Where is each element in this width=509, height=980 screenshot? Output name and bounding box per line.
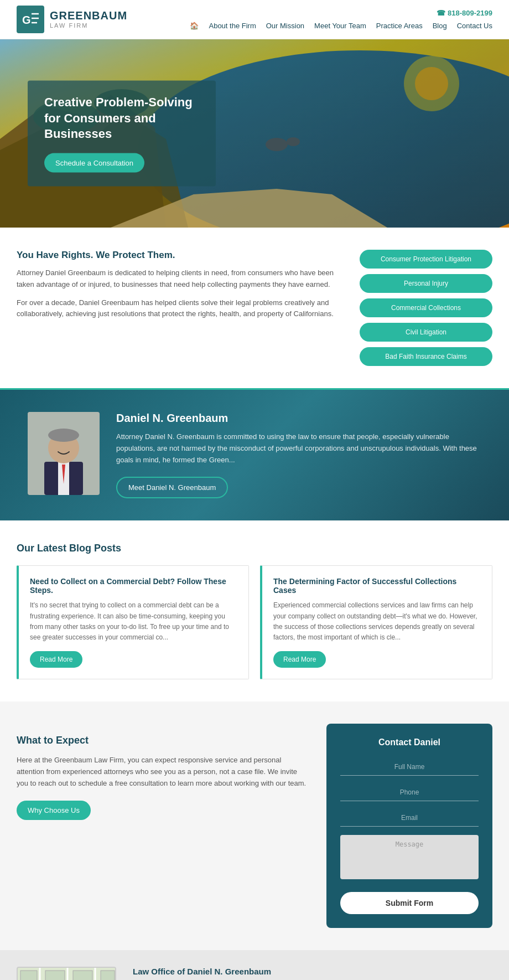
blog-section: Our Latest Blog Posts Need to Collect on… [0,520,509,702]
attorney-bio: Attorney Daniel N. Greenbaum is committe… [116,431,481,466]
blog-card-1: Need to Collect on a Commercial Debt? Fo… [17,565,249,679]
attorney-name: Daniel N. Greenbaum [116,412,481,425]
nav-about[interactable]: About the Firm [209,22,256,30]
header-phone[interactable]: ☎ 818-809-2199 [437,9,492,17]
blog-post-1-read-more[interactable]: Read More [30,651,82,668]
blog-post-1-title: Need to Collect on a Commercial Debt? Fo… [30,577,237,595]
attorney-photo [28,412,100,495]
nav-contact[interactable]: Contact Us [457,22,492,30]
attorney-info: Daniel N. Greenbaum Attorney Daniel N. G… [116,412,481,498]
what-to-expect: What to Expect Here at the Greenbaum Law… [17,724,310,928]
office-name: Law Office of Daniel N. Greenbaum [133,967,492,976]
practice-consumer-protection[interactable]: Consumer Protection Litigation [360,250,492,269]
svg-text:G: G [22,14,31,26]
contact-form-title: Contact Daniel [340,737,479,747]
main-content-section: You Have Rights. We Protect Them. Attorn… [0,228,509,388]
contact-form-box: Contact Daniel Submit Form [326,724,492,928]
practice-areas: Consumer Protection Litigation Personal … [360,250,492,366]
office-info: Law Office of Daniel N. Greenbaum 📍 7120… [133,967,492,980]
message-textarea[interactable] [340,835,479,879]
nav-practice[interactable]: Practice Areas [376,22,423,30]
practice-commercial-collections[interactable]: Commercial Collections [360,298,492,317]
blog-card-2: The Determining Factor of Successful Col… [260,565,492,679]
svg-rect-31 [73,971,92,980]
blog-post-2-excerpt: Experienced commercial collections servi… [273,600,481,643]
svg-point-20 [48,429,79,442]
hero-title: Creative Problem-Solving for Consumers a… [44,95,199,142]
svg-rect-30 [45,971,65,980]
main-left: You Have Rights. We Protect Them. Attorn… [17,250,343,366]
svg-rect-29 [20,971,37,980]
firm-sub: LAW FIRM [50,22,127,29]
logo-area: G GREENBAUM LAW FIRM [17,6,127,33]
expect-title: What to Expect [17,735,310,746]
attorney-section: Daniel N. Greenbaum Attorney Daniel N. G… [0,390,509,520]
blog-post-1-excerpt: It's no secret that trying to collect on… [30,600,237,643]
why-choose-us-button[interactable]: Why Choose Us [17,801,91,820]
full-name-input[interactable] [340,759,479,776]
phone-input[interactable] [340,784,479,801]
logo-icon: G [17,6,44,33]
blog-post-2-read-more[interactable]: Read More [273,651,326,668]
header-right: ☎ 818-809-2199 🏠 About the Firm Our Miss… [190,9,492,30]
submit-form-button[interactable]: Submit Form [340,892,479,914]
blog-section-title: Our Latest Blog Posts [17,543,492,554]
nav-home-icon[interactable]: 🏠 [190,22,199,30]
map-grid [18,968,115,980]
svg-rect-32 [101,971,115,980]
main-paragraph2: For over a decade, Daniel Greenbaum has … [17,297,343,321]
contact-expect-section: What to Expect Here at the Greenbaum Law… [0,702,509,950]
meet-attorney-button[interactable]: Meet Daniel N. Greenbaum [116,477,228,498]
office-info-section: Law Office of Daniel N. Greenbaum 📍 7120… [0,950,509,980]
practice-bad-faith[interactable]: Bad Faith Insurance Claims [360,347,492,366]
email-input[interactable] [340,809,479,827]
schedule-consultation-button[interactable]: Schedule a Consultation [44,153,144,172]
nav-blog[interactable]: Blog [433,22,447,30]
nav-team[interactable]: Meet Your Team [314,22,366,30]
main-section-title: You Have Rights. We Protect Them. [17,250,343,261]
main-nav: 🏠 About the Firm Our Mission Meet Your T… [190,22,492,30]
firm-name: GREENBAUM [50,9,127,22]
blog-post-2-title: The Determining Factor of Successful Col… [273,577,481,595]
practice-personal-injury[interactable]: Personal Injury [360,274,492,293]
main-paragraph1: Attorney Daniel Greenbaum is dedicated t… [17,267,343,291]
site-header: G GREENBAUM LAW FIRM ☎ 818-809-2199 🏠 Ab… [0,0,509,39]
practice-civil-litigation[interactable]: Civil Litigation [360,323,492,342]
map-placeholder[interactable] [17,967,116,980]
hero-content: Creative Problem-Solving for Consumers a… [28,81,216,187]
blog-posts-container: Need to Collect on a Commercial Debt? Fo… [17,565,492,679]
expect-paragraph: Here at the Greenbaum Law Firm, you can … [17,755,310,789]
nav-mission[interactable]: Our Mission [266,22,304,30]
logo-text: GREENBAUM LAW FIRM [50,9,127,29]
hero-section: Creative Problem-Solving for Consumers a… [0,39,509,228]
